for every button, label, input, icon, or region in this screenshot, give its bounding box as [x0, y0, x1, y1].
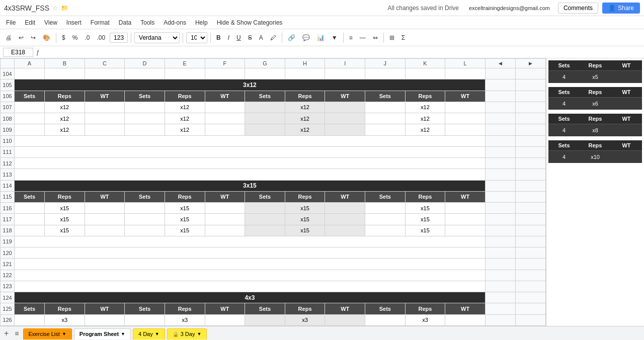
redo-button[interactable]: ↪: [28, 33, 38, 42]
number-format-input[interactable]: [110, 33, 128, 43]
decrease-decimal-button[interactable]: .0: [82, 33, 92, 42]
cell-H107[interactable]: x12: [285, 102, 325, 113]
menu-hide-show[interactable]: Hide & Show Categories: [213, 18, 287, 28]
col-nav1[interactable]: ◀: [485, 59, 515, 68]
merge-button[interactable]: ⊞: [387, 33, 397, 42]
cell-B104[interactable]: [45, 68, 85, 79]
col-G[interactable]: G: [245, 59, 285, 68]
cell-L107[interactable]: [445, 102, 486, 113]
highlight-button[interactable]: 🖊: [268, 33, 279, 42]
cell-D106[interactable]: Sets: [125, 91, 165, 102]
tab-exercise-list-arrow[interactable]: ▼: [62, 331, 66, 336]
cell-E104[interactable]: [165, 68, 205, 79]
cell-I107[interactable]: [325, 102, 365, 113]
cell-A104[interactable]: [15, 68, 45, 79]
row-num-105[interactable]: 105: [1, 79, 15, 91]
cell-E107[interactable]: x12: [165, 102, 205, 113]
menu-insert[interactable]: Insert: [62, 18, 86, 28]
tab-4-day-arrow[interactable]: ▼: [155, 331, 159, 336]
menu-tools[interactable]: Tools: [136, 18, 158, 28]
row-num-115[interactable]: 115: [1, 191, 15, 202]
cell-B106[interactable]: Reps: [45, 91, 85, 102]
row-num-120[interactable]: 120: [1, 247, 15, 259]
section-header-4x3[interactable]: 4x3: [15, 292, 486, 303]
undo-button[interactable]: ↩: [16, 33, 26, 42]
cell-C107[interactable]: [85, 102, 125, 113]
row-num-123[interactable]: 123: [1, 281, 15, 292]
currency-button[interactable]: $: [59, 33, 68, 42]
cell-L106[interactable]: WT: [445, 91, 486, 102]
row-num-121[interactable]: 121: [1, 259, 15, 270]
col-H[interactable]: H: [285, 59, 325, 68]
cell-G106[interactable]: Sets: [245, 91, 285, 102]
cell-A107[interactable]: [15, 102, 45, 113]
paint-format-button[interactable]: 🎨: [40, 33, 53, 42]
menu-addons[interactable]: Add-ons: [159, 18, 190, 28]
folder-icon[interactable]: 📁: [61, 5, 68, 12]
cell-K106[interactable]: Reps: [405, 91, 445, 102]
row-num-112[interactable]: 112: [1, 158, 15, 169]
col-C[interactable]: C: [85, 59, 125, 68]
wrap-button[interactable]: ⇔: [370, 33, 380, 42]
cell-L104[interactable]: [445, 68, 486, 79]
cell-H106[interactable]: Reps: [285, 91, 325, 102]
sheet-menu-button[interactable]: ≡: [13, 329, 21, 337]
menu-view[interactable]: View: [40, 18, 61, 28]
tab-3-day[interactable]: 🔒 3 Day ▼: [167, 328, 207, 339]
row-num-106[interactable]: 106: [1, 91, 15, 102]
cell-F106[interactable]: WT: [205, 91, 245, 102]
comments-button[interactable]: Comments: [558, 3, 598, 14]
col-K[interactable]: K: [405, 59, 445, 68]
add-sheet-button[interactable]: +: [2, 329, 11, 338]
col-I[interactable]: I: [325, 59, 365, 68]
menu-help[interactable]: Help: [191, 18, 212, 28]
tab-exercise-list[interactable]: Exercise List ▼: [23, 328, 72, 339]
menu-file[interactable]: File: [2, 18, 20, 28]
row-num-125[interactable]: 125: [1, 303, 15, 314]
align-left-button[interactable]: ≡: [347, 33, 355, 42]
cell-I104[interactable]: [325, 68, 365, 79]
cell-D104[interactable]: [125, 68, 165, 79]
cell-C106[interactable]: WT: [85, 91, 125, 102]
percent-button[interactable]: %: [70, 33, 80, 42]
filter-button[interactable]: ▼: [329, 33, 340, 42]
link-button[interactable]: 🔗: [285, 33, 298, 42]
cell-A106[interactable]: Sets: [15, 91, 45, 102]
text-color-button[interactable]: A: [257, 33, 266, 42]
row-num-108[interactable]: 108: [1, 113, 15, 124]
font-size-select[interactable]: 10: [186, 32, 207, 43]
sum-button[interactable]: Σ: [399, 33, 408, 42]
row-num-118[interactable]: 118: [1, 225, 15, 236]
col-J[interactable]: J: [365, 59, 406, 68]
cell-I106[interactable]: WT: [325, 91, 365, 102]
underline-button[interactable]: U: [234, 33, 244, 42]
tab-3-day-arrow[interactable]: ▼: [197, 331, 201, 336]
cell-G104[interactable]: [245, 68, 285, 79]
col-nav2[interactable]: ▶: [515, 59, 545, 68]
cell-K107[interactable]: x12: [405, 102, 445, 113]
insert-comment-button[interactable]: 💬: [300, 33, 312, 42]
formula-input[interactable]: [43, 48, 641, 56]
align-button[interactable]: —: [357, 33, 368, 42]
menu-edit[interactable]: Edit: [21, 18, 39, 28]
row-num-124[interactable]: 124: [1, 292, 15, 303]
row-num-122[interactable]: 122: [1, 270, 15, 281]
tab-program-sheet[interactable]: Program Sheet ▼: [74, 328, 131, 339]
row-num-126[interactable]: 126: [1, 314, 15, 326]
row-num-117[interactable]: 117: [1, 214, 15, 225]
col-F[interactable]: F: [205, 59, 245, 68]
chart-button[interactable]: 📊: [314, 33, 327, 42]
row-num-113[interactable]: 113: [1, 169, 15, 180]
cell-H104[interactable]: [285, 68, 325, 79]
col-E[interactable]: E: [165, 59, 205, 68]
star-icon[interactable]: ☆: [52, 5, 58, 12]
cell-C104[interactable]: [85, 68, 125, 79]
cell-D107[interactable]: [125, 102, 165, 113]
cell-J107[interactable]: [365, 102, 406, 113]
cell-E106[interactable]: Reps: [165, 91, 205, 102]
menu-format[interactable]: Format: [87, 18, 114, 28]
row-num-114[interactable]: 114: [1, 180, 15, 191]
col-A[interactable]: A: [15, 59, 45, 68]
print-button[interactable]: 🖨: [3, 33, 14, 42]
cell-F107[interactable]: [205, 102, 245, 113]
